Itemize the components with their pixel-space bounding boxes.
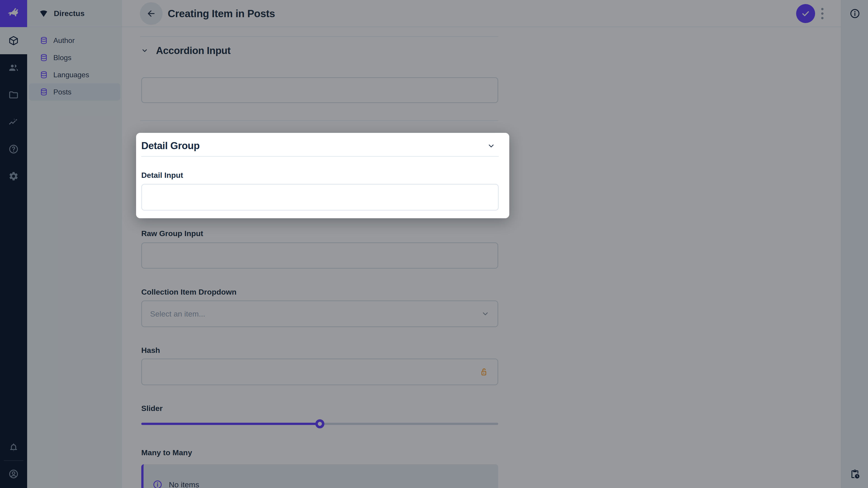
detail-input-label: Detail Input — [141, 171, 183, 180]
chevron-down-icon[interactable] — [487, 142, 495, 150]
divider — [141, 156, 499, 157]
detail-group-card: Detail Group Detail Input — [136, 133, 509, 218]
detail-group-title: Detail Group — [141, 140, 199, 151]
spotlight-overlay — [0, 0, 868, 488]
detail-input-field[interactable] — [141, 184, 499, 210]
